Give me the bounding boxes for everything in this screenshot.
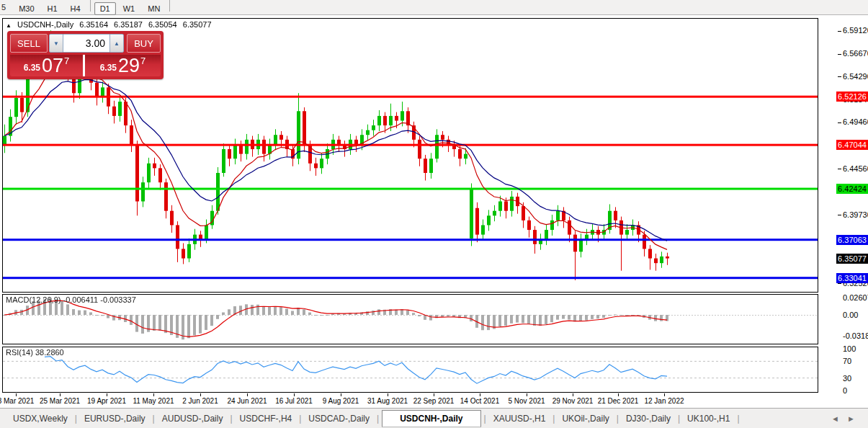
time-label: 12 Jan 2022 [632, 397, 697, 405]
price-badge-6.47044: 6.47044 [836, 140, 868, 150]
time-tick [664, 393, 665, 396]
ohlc-close: 6.35077 [183, 20, 212, 29]
tab-separator: | [377, 414, 379, 424]
price-tick-6.56670: 6.56670 [819, 49, 868, 58]
rsi-value: 38.2860 [35, 348, 64, 357]
spin-up-icon: ▲ [114, 40, 120, 47]
rsi-canvas[interactable] [3, 347, 818, 392]
tab-usdx-weekly[interactable]: USDX,Weekly [9, 411, 72, 427]
tab-usdcnh-daily[interactable]: USDCNH-,Daily [382, 410, 480, 427]
macd-axis-0.00: 0.00 [843, 311, 858, 319]
price-axis: 6.591206.566706.542906.518406.494606.445… [819, 16, 868, 396]
time-tick [247, 393, 248, 396]
timeframe-w1[interactable]: W1 [117, 2, 141, 15]
toolbar-divider [90, 0, 91, 12]
price-tick-6.39730: 6.39730 [819, 210, 868, 219]
volume-increase-button[interactable]: ▲ [109, 34, 124, 53]
price-badge-6.35077: 6.35077 [836, 254, 868, 264]
time-tick [107, 393, 107, 396]
timeframe-m30[interactable]: M30 [13, 2, 40, 15]
time-tick [480, 393, 480, 396]
time-tick [434, 393, 434, 396]
rsi-label: RSI(14) 38.2860 [6, 348, 64, 357]
price-badge-6.52126: 6.52126 [836, 92, 868, 102]
tab-uk100-h1[interactable]: UK100-,H1 [683, 411, 734, 427]
one-click-trade-panel: SELL ▼ 3.00 ▲ BUY 6.35 07 7 6.35 29 7 [7, 31, 164, 79]
sell-price[interactable]: 6.35 07 7 [10, 55, 83, 76]
macd-axis--0.03187: -0.03187 [843, 331, 868, 340]
collapse-arrow-icon[interactable]: ▲ [6, 22, 12, 29]
chart-header: ▲ USDCNH-,Daily 6.35164 6.35187 6.35054 … [6, 20, 215, 29]
tab-separator: | [484, 414, 486, 424]
timeframe-h4[interactable]: H4 [65, 2, 86, 15]
price-badge-6.37063: 6.37063 [836, 235, 868, 245]
time-tick [60, 393, 61, 396]
tab-dj30-daily[interactable]: DJ30-,Daily [622, 411, 675, 427]
timeframe-toolbar: 5 M30H1H4D1W1MN [0, 0, 868, 15]
time-tick [618, 393, 619, 396]
price-tick-6.59120: 6.59120 [819, 26, 868, 35]
time-tick [16, 393, 17, 396]
volume-decrease-button[interactable]: ▼ [49, 34, 63, 53]
tab-audusd-daily[interactable]: AUDUSD-,Daily [158, 411, 228, 427]
price-badge-6.42424: 6.42424 [836, 184, 868, 194]
tab-separator: | [737, 414, 739, 424]
tab-separator: | [153, 414, 155, 424]
volume-input[interactable]: 3.00 [63, 34, 109, 53]
timeframe-m5-partial[interactable]: 5 [0, 1, 12, 14]
price-tick-6.44560: 6.44560 [819, 164, 868, 173]
time-tick [200, 393, 201, 396]
time-tick [341, 393, 341, 396]
price-badge-6.33041: 6.33041 [836, 273, 868, 283]
buy-button[interactable]: BUY [127, 34, 161, 53]
time-tick [294, 393, 295, 396]
symbol-tab-bar: USDX,Weekly|EURUSD-,Daily|AUDUSD-,Daily|… [0, 408, 868, 428]
time-tick [573, 393, 573, 396]
rsi-axis-30: 30 [843, 374, 851, 383]
tab-usdchf-h4[interactable]: USDCHF-,H4 [236, 411, 297, 427]
tab-items: USDX,Weekly|EURUSD-,Daily|AUDUSD-,Daily|… [9, 410, 743, 427]
tab-ukoil-daily[interactable]: UKOil-,Daily [558, 411, 613, 427]
tab-separator: | [230, 414, 232, 424]
macd-label: MACD(12,26,9) -0.006411 -0.003337 [6, 295, 136, 304]
tab-separator: | [617, 414, 619, 424]
ohlc-open: 6.35164 [79, 20, 108, 29]
price-tick-6.49460: 6.49460 [819, 117, 868, 126]
ohlc-high: 6.35187 [114, 20, 143, 29]
ohlc-low: 6.35054 [148, 20, 177, 29]
buy-price[interactable]: 6.35 29 7 [85, 55, 161, 76]
rsi-axis-100: 100 [843, 344, 856, 353]
tabs-scroll-left-icon[interactable]: ◄ [831, 414, 839, 423]
symbol-period-label: USDCNH-,Daily [17, 20, 73, 29]
toolbar-divider [169, 0, 170, 12]
time-tick [153, 393, 154, 396]
tab-usdcad-daily[interactable]: USDCAD-,Daily [304, 411, 374, 427]
rsi-axis-70: 70 [843, 357, 851, 365]
timeframe-d1[interactable]: D1 [94, 2, 116, 15]
price-tick-6.54290: 6.54290 [819, 72, 868, 81]
timeframe-mn[interactable]: MN [142, 2, 166, 15]
tab-separator: | [75, 414, 77, 424]
tab-separator: | [552, 414, 555, 424]
timeframe-buttons: M30H1H4D1W1MN [12, 0, 173, 15]
tab-xauusd-h1[interactable]: XAUUSD-,H1 [489, 411, 550, 427]
tab-eurusd-daily[interactable]: EURUSD-,Daily [80, 411, 150, 427]
macd-value-main: -0.006411 [63, 295, 98, 304]
tab-separator: | [299, 414, 301, 424]
spin-down-icon: ▼ [53, 40, 59, 47]
macd-value-signal: -0.003337 [100, 295, 136, 304]
timeframe-h1[interactable]: H1 [42, 2, 63, 15]
tabs-scroll-right-icon[interactable]: ► [847, 414, 855, 423]
time-axis: 3 Mar 202125 Mar 202119 Apr 202111 May 2… [0, 393, 868, 407]
macd-axis-0.02607: 0.02607 [843, 293, 868, 302]
time-tick [388, 393, 388, 396]
sell-button[interactable]: SELL [10, 34, 48, 53]
tab-separator: | [678, 414, 680, 424]
time-tick [527, 393, 527, 396]
